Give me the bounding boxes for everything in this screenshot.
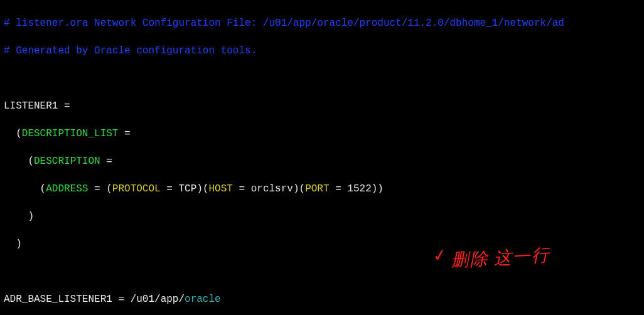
host-val: orclsrv <box>251 183 293 195</box>
adr1-last: oracle <box>185 294 221 305</box>
listener1-desc-close: ) <box>4 210 640 223</box>
port-kw: PORT <box>305 183 329 195</box>
listener1-header: LISTENER1 = <box>4 99 640 113</box>
comment-line-2: # Generated by Oracle configuration tool… <box>4 44 640 58</box>
adr1-key: ADR_BASE_LISTENER1 <box>4 294 112 305</box>
listener1-eq: = <box>58 100 70 112</box>
address-kw: ADDRESS <box>46 183 88 195</box>
adr1-path: = /u01/app/ <box>112 294 185 305</box>
host-kw: HOST <box>208 183 232 195</box>
desc-list-kw: DESCRIPTION_LIST <box>22 128 119 139</box>
terminal-editor[interactable]: # listener.ora Network Configuration Fil… <box>0 0 644 315</box>
listener1-dl-close: ) <box>4 237 640 251</box>
listener1-dl-open: (DESCRIPTION_LIST = <box>4 127 640 141</box>
listener1-desc-open: (DESCRIPTION = <box>4 154 640 168</box>
comment-line-1: # listener.ora Network Configuration Fil… <box>4 16 640 30</box>
listener1-name: LISTENER1 <box>4 100 58 112</box>
adr-base-1: ADR_BASE_LISTENER1 = /u01/app/oracle <box>4 292 640 306</box>
protocol-kw: PROTOCOL <box>112 183 161 195</box>
listener1-address: (ADDRESS = (PROTOCOL = TCP)(HOST = orcls… <box>4 182 640 196</box>
protocol-val: TCP <box>178 183 196 195</box>
blank-line <box>4 72 640 85</box>
desc-kw: DESCRIPTION <box>34 156 100 167</box>
port-val: 1522 <box>347 183 371 195</box>
blank-line <box>4 265 640 279</box>
